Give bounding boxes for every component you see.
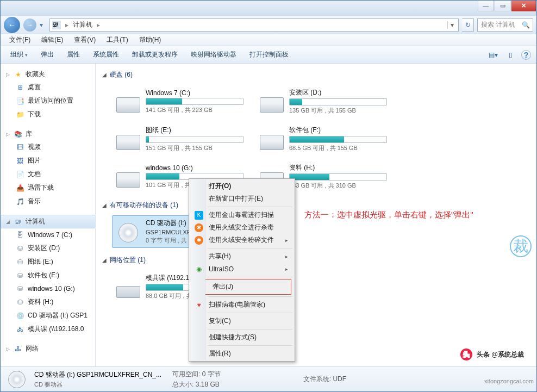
chevron-icon: ▷ (6, 346, 13, 352)
section-hdd[interactable]: ◢硬盘 (6) (101, 67, 531, 83)
sidebar-drive-c[interactable]: 🗄Windows 7 (C:) (1, 228, 95, 241)
hdd-icon (259, 128, 285, 150)
drive-stat: 135 GB 可用 , 共 155 GB (289, 107, 387, 115)
sidebar-drive-h[interactable]: ⛁资料 (H:) (1, 295, 95, 309)
status-sub: CD 驱动器 (34, 381, 161, 389)
drive-hdd[interactable]: 安装区 (D:) 135 GB 可用 , 共 155 GB (255, 85, 390, 118)
sidebar-libraries[interactable]: ▷📚库 (1, 128, 95, 140)
ctx-item[interactable]: 创建快捷方式(S) (191, 331, 294, 344)
hdd-icon (115, 166, 141, 188)
toolbar-system-properties[interactable]: 系统属性 (88, 48, 124, 61)
sidebar-drive-net[interactable]: 🖧模具课 (\\192.168.0 (1, 322, 95, 336)
menu-file[interactable]: 文件(F) (5, 34, 35, 46)
toolbar-properties[interactable]: 属性 (61, 48, 85, 61)
collapse-icon: ◢ (102, 202, 107, 208)
sidebar-computer[interactable]: ◢🖳计算机 (1, 215, 95, 228)
drive-hdd[interactable]: 图纸 (E:) 151 GB 可用 , 共 155 GB (112, 122, 247, 155)
drive-bar (289, 136, 387, 143)
cd-icon: 💿 (16, 312, 24, 320)
ctx-item-label: 在新窗口中打开(E) (209, 194, 263, 203)
drive-hdd[interactable]: 软件包 (F:) 68.5 GB 可用 , 共 155 GB (255, 122, 390, 155)
menu-view[interactable]: 查看(V) (70, 34, 100, 46)
drive-name: 安装区 (D:) (289, 88, 387, 97)
status-space-label: 可用空间: (172, 370, 200, 378)
ctx-item-label: 使用金山毒霸进行扫描 (209, 210, 274, 220)
sidebar-xunlei[interactable]: 📥迅雷下载 (1, 181, 95, 195)
ctx-item[interactable]: ◉UltraISO (191, 263, 294, 275)
sidebar-label: 收藏夹 (26, 70, 45, 79)
ctx-eject[interactable]: 弹出(J) (195, 281, 290, 293)
sidebar-label: 网络 (26, 344, 39, 353)
menu-help[interactable]: 帮助(H) (135, 34, 166, 46)
address-drop-icon[interactable]: ▾ (447, 21, 456, 29)
ctx-item[interactable]: 属性(R) (191, 347, 294, 360)
sidebar-desktop[interactable]: 🖥桌面 (1, 80, 95, 94)
chevron-icon: ▷ (6, 72, 13, 77)
sidebar-drive-d[interactable]: ⛁安装区 (D:) (1, 241, 95, 255)
forward-button[interactable]: → (23, 18, 36, 32)
ctx-item[interactable]: ✱使用火绒安全进行杀毒 (191, 221, 294, 234)
minimize-button[interactable]: — (478, 1, 494, 11)
address-bar[interactable]: 🖳 ▸ 计算机 ▸ ▾ (49, 18, 459, 32)
ctx-item[interactable]: 在新窗口中打开(E) (191, 192, 294, 205)
drive-name: 图纸 (E:) (146, 126, 243, 135)
search-icon: 🔍 (522, 21, 529, 29)
breadcrumb-item[interactable]: 计算机 (70, 20, 96, 29)
section-network[interactable]: ◢网络位置 (1) (101, 252, 531, 268)
status-size-label: 总大小: (172, 381, 193, 388)
sidebar-drive-cd[interactable]: 💿CD 驱动器 (I:) GSP1 (1, 309, 95, 322)
sidebar-item-label: windows 10 (G:) (28, 285, 75, 293)
sidebar-drive-f[interactable]: ⛁软件包 (F:) (1, 269, 95, 282)
net-drive-icon (115, 276, 141, 298)
toolbar-eject[interactable]: 弹出 (35, 48, 59, 61)
ctx-item[interactable]: 共享(H) (191, 250, 294, 263)
chevron-icon: ▷ (6, 132, 13, 137)
sidebar-music[interactable]: 🎵音乐 (1, 195, 95, 208)
sidebar-favorites[interactable]: ▷★收藏夹 (1, 68, 95, 80)
sidebar-drive-e[interactable]: ⛁图纸 (E:) (1, 255, 95, 269)
preview-pane-icon[interactable]: ▯ (504, 48, 517, 61)
ctx-item-label: 属性(R) (209, 349, 231, 358)
chevron-down-icon: ◢ (6, 219, 13, 225)
sidebar-documents[interactable]: 📄文档 (1, 167, 95, 181)
sidebar-drive-g[interactable]: ⛁windows 10 (G:) (1, 282, 95, 295)
drive-icon: 🗄 (16, 231, 24, 239)
sidebar-videos[interactable]: 🎞视频 (1, 140, 95, 154)
sidebar-pictures[interactable]: 🖼图片 (1, 154, 95, 167)
status-fs-val: UDF (333, 375, 346, 383)
drive-hdd[interactable]: Windows 7 (C:) 141 GB 可用 , 共 223 GB (112, 85, 247, 118)
breadcrumb-sep: ▸ (96, 21, 101, 29)
drive-name: windows 10 (G:) (146, 164, 243, 172)
back-button[interactable]: ← (4, 17, 20, 33)
drive-icon: ⛁ (16, 284, 24, 293)
ctx-highlight: 弹出(J) (192, 279, 291, 295)
toolbar-uninstall[interactable]: 卸载或更改程序 (127, 48, 183, 61)
search-input[interactable]: 搜索 计算机 🔍 (477, 18, 533, 32)
toolbar-map-drive[interactable]: 映射网络驱动器 (185, 48, 242, 61)
ctx-item-icon: ✱ (195, 223, 203, 232)
ctx-item[interactable]: ✱使用火绒安全粉碎文件 (191, 234, 294, 246)
history-drop-icon[interactable]: ▾ (40, 21, 46, 29)
sidebar: ▷★收藏夹 🖥桌面 📑最近访问的位置 📁下载 ▷📚库 🎞视频 🖼图片 📄文档 📥… (1, 64, 96, 366)
help-icon[interactable]: ? (521, 50, 531, 60)
menu-tools[interactable]: 工具(T) (102, 34, 132, 46)
maximize-button[interactable]: ▭ (495, 1, 510, 11)
ctx-item[interactable]: 打开(O) (191, 180, 294, 192)
ctx-item[interactable]: 复制(C) (191, 315, 294, 327)
view-mode-icon[interactable]: ▤▾ (486, 48, 499, 61)
refresh-button[interactable]: ↻ (462, 18, 474, 32)
collapse-icon: ◢ (102, 257, 107, 263)
sidebar-item-label: 安装区 (D:) (28, 244, 60, 253)
sidebar-recent[interactable]: 📑最近访问的位置 (1, 94, 95, 108)
sidebar-network[interactable]: ▷🖧网络 (1, 343, 95, 355)
ctx-item-label: UltraISO (209, 265, 234, 273)
ctx-item[interactable]: ♥扫描病毒(电脑管家) (191, 298, 294, 311)
sidebar-item-label: 图纸 (E:) (28, 257, 53, 266)
close-button[interactable]: ✕ (511, 1, 536, 11)
sidebar-downloads[interactable]: 📁下载 (1, 108, 95, 121)
ctx-item[interactable]: K使用金山毒霸进行扫描 (191, 209, 294, 221)
toolbar-control-panel[interactable]: 打开控制面板 (244, 48, 294, 61)
toolbar-organize[interactable]: 组织 (5, 48, 33, 61)
menu-edit[interactable]: 编辑(E) (37, 34, 67, 46)
sidebar-item-label: 资料 (H:) (28, 297, 53, 307)
